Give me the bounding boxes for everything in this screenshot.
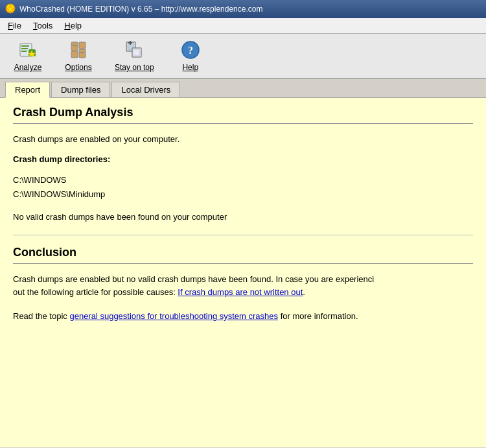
title-text: WhoCrashed (HOME EDITION) v 6.65 – http:… — [19, 5, 262, 14]
options-icon — [68, 40, 89, 60]
tab-report[interactable]: Report — [5, 82, 50, 98]
link-general-suggestions[interactable]: general suggestions for troubleshooting … — [69, 311, 278, 321]
conclusion-text2: Read the topic general suggestions for t… — [13, 310, 473, 324]
title-bar: WhoCrashed (HOME EDITION) v 6.65 – http:… — [0, 0, 486, 18]
svg-rect-13 — [79, 49, 86, 58]
tab-bar: Report Dump files Local Drivers — [0, 79, 486, 98]
analyze-label: Analyze — [14, 63, 42, 72]
svg-rect-14 — [80, 52, 84, 53]
conclusion-text1-part3: . — [303, 287, 305, 297]
conclusion-text2-part2: for more information. — [278, 311, 358, 321]
content-area: Crash Dump Analysis Crash dumps are enab… — [0, 98, 486, 447]
svg-rect-18 — [133, 49, 140, 56]
section-divider — [13, 235, 473, 235]
crash-dump-status: Crash dumps are enabled on your computer… — [13, 133, 473, 147]
conclusion-text2-part1: Read the topic — [13, 311, 69, 321]
svg-text:?: ? — [188, 45, 193, 56]
tab-dump-files[interactable]: Dump files — [51, 82, 110, 97]
stay-on-top-label: Stay on top — [115, 63, 154, 72]
options-button[interactable]: Options — [56, 36, 101, 75]
link-crash-dumps-not-written[interactable]: If crash dumps are not written out — [178, 287, 303, 297]
svg-rect-10 — [73, 45, 76, 46]
menu-tools[interactable]: Tools — [28, 19, 58, 32]
crash-dump-dirs-label: Crash dump directories: — [13, 153, 473, 167]
toolbar: Analyze Options — [0, 34, 486, 79]
conclusion-text1: Crash dumps are enabled but no valid cra… — [13, 273, 473, 300]
svg-rect-9 — [71, 42, 78, 51]
crash-dump-analysis-title: Crash Dump Analysis — [13, 106, 473, 124]
stay-on-top-button[interactable]: Stay on top — [106, 36, 163, 75]
conclusion-text1-part2: out the following article for possible c… — [13, 287, 178, 297]
help-icon: ? — [180, 40, 201, 60]
analyze-button[interactable]: Analyze — [5, 36, 51, 75]
stay-on-top-icon — [124, 40, 145, 60]
svg-rect-5 — [21, 48, 28, 49]
svg-rect-11 — [71, 51, 78, 58]
conclusion-text1-part1: Crash dumps are enabled but no valid cra… — [13, 274, 374, 284]
options-label: Options — [65, 63, 91, 72]
svg-rect-4 — [21, 45, 29, 47]
help-button[interactable]: ? Help — [168, 36, 213, 75]
crash-dump-dir2: C:\WINDOWS\Minidump — [13, 187, 473, 202]
tab-local-drivers[interactable]: Local Drivers — [111, 82, 180, 97]
svg-rect-6 — [21, 51, 27, 52]
help-label: Help — [182, 63, 198, 72]
app-icon — [5, 3, 16, 16]
analyze-icon — [17, 40, 38, 60]
crash-dump-dir1: C:\WINDOWS — [13, 173, 473, 187]
menu-help[interactable]: Help — [59, 19, 87, 32]
conclusion-title: Conclusion — [13, 246, 473, 264]
svg-rect-12 — [79, 42, 86, 49]
menu-file[interactable]: File — [3, 19, 27, 32]
no-crash-dumps-text: No valid crash dumps have been found on … — [13, 211, 473, 224]
menu-bar: File Tools Help — [0, 18, 486, 34]
